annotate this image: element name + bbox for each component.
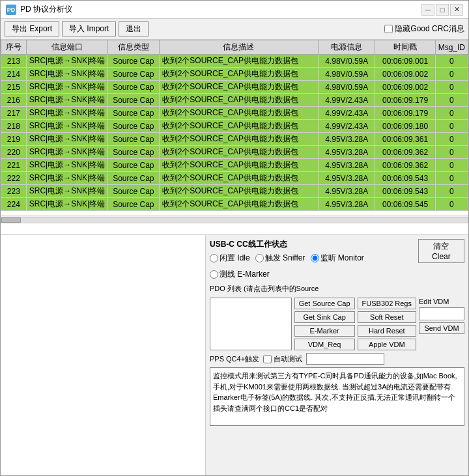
table-row[interactable]: 213SRC|电源→SNK|终端Source Cap收到2个SOURCE_CAP… bbox=[1, 55, 468, 68]
import-button[interactable]: 导入 Import bbox=[62, 21, 116, 36]
table-cell: SRC|电源→SNK|终端 bbox=[26, 133, 107, 146]
table-cell: 4.99V/2.43A bbox=[319, 120, 375, 133]
edit-vdm-label: Edit VDM bbox=[419, 298, 464, 305]
table-cell: 00:06:09.362 bbox=[375, 146, 435, 159]
table-cell: 0 bbox=[435, 94, 468, 107]
maximize-button[interactable]: □ bbox=[436, 4, 449, 16]
table-row[interactable]: 215SRC|电源→SNK|终端Source Cap收到2个SOURCE_CAP… bbox=[1, 81, 468, 94]
bottom-section: USB-C CC线工作状态 闲置 Idle 触发 Sniffer 监听 M bbox=[1, 235, 468, 475]
table-cell: 收到2个SOURCE_CAP供电能力数据包 bbox=[159, 107, 318, 120]
radio-emarker[interactable]: 测线 E-Marker bbox=[210, 269, 270, 280]
table-cell: SRC|电源→SNK|终端 bbox=[26, 185, 107, 198]
table-cell: 收到2个SOURCE_CAP供电能力数据包 bbox=[159, 133, 318, 146]
apple-vdm-button[interactable]: Apple VDM bbox=[358, 339, 416, 350]
table-cell: Source Cap bbox=[108, 107, 160, 120]
table-cell: 0 bbox=[435, 172, 468, 185]
table-cell: 00:06:09.543 bbox=[375, 172, 435, 185]
table-cell: 00:06:09.179 bbox=[375, 94, 435, 107]
table-cell: SRC|电源→SNK|终端 bbox=[26, 120, 107, 133]
clear-button[interactable]: 清空 Clear bbox=[418, 239, 464, 263]
auto-test-checkbox[interactable]: 自动测试 bbox=[263, 354, 302, 364]
table-cell: Source Cap bbox=[108, 146, 160, 159]
log-area: 监控模式用来测试第三方有TYPE-C同时具备PD通讯能力的设备,如Mac Boo… bbox=[210, 367, 464, 426]
close-button[interactable]: ✕ bbox=[450, 4, 463, 16]
table-cell: 217 bbox=[1, 107, 27, 120]
radio-sniffer[interactable]: 触发 Sniffer bbox=[255, 253, 306, 264]
table-scroll[interactable]: 序号 信息端口 信息类型 信息描述 电源信息 时间戳 Msg_ID 213SRC… bbox=[1, 40, 468, 216]
hide-good-crc-input[interactable] bbox=[384, 25, 393, 33]
radio-idle-input[interactable] bbox=[210, 254, 218, 262]
minimize-button[interactable]: ─ bbox=[421, 4, 434, 16]
pdo-buttons-left: Get Source Cap Get Sink Cap E-Marker VDM… bbox=[294, 298, 355, 350]
table-cell: 219 bbox=[1, 133, 27, 146]
table-cell: 0 bbox=[435, 159, 468, 172]
get-source-cap-button[interactable]: Get Source Cap bbox=[294, 298, 355, 309]
header-time: 时间戳 bbox=[375, 40, 435, 55]
table-cell: 4.95V/3.28A bbox=[319, 133, 375, 146]
table-cell: 216 bbox=[1, 94, 27, 107]
header-desc: 信息描述 bbox=[159, 40, 318, 55]
table-row[interactable]: 216SRC|电源→SNK|终端Source Cap收到2个SOURCE_CAP… bbox=[1, 94, 468, 107]
scrollbar-thumb[interactable] bbox=[1, 217, 21, 223]
table-row[interactable]: 220SRC|电源→SNK|终端Source Cap收到2个SOURCE_CAP… bbox=[1, 146, 468, 159]
radio-idle-label: 闲置 Idle bbox=[220, 253, 250, 264]
radio-sniffer-input[interactable] bbox=[255, 254, 264, 262]
exit-button[interactable]: 退出 bbox=[119, 21, 149, 36]
pps-input[interactable] bbox=[306, 353, 384, 365]
table-row[interactable]: 224SRC|电源→SNK|终端Source Cap收到2个SOURCE_CAP… bbox=[1, 198, 468, 211]
cc-status-label: USB-C CC线工作状态 bbox=[210, 239, 418, 250]
table-cell: 218 bbox=[1, 120, 27, 133]
hide-good-crc-checkbox[interactable]: 隐藏Good CRC消息 bbox=[384, 23, 464, 35]
table-cell: 220 bbox=[1, 146, 27, 159]
table-row[interactable]: 221SRC|电源→SNK|终端Source Cap收到2个SOURCE_CAP… bbox=[1, 159, 468, 172]
scrollbar-track[interactable] bbox=[1, 217, 468, 223]
radio-monitor-input[interactable] bbox=[311, 254, 319, 262]
table-cell: 00:06:09.545 bbox=[375, 198, 435, 211]
export-button[interactable]: 导出 Export bbox=[5, 21, 59, 36]
edit-vdm-input[interactable] bbox=[419, 307, 464, 320]
table-cell: 0 bbox=[435, 198, 468, 211]
header-power: 电源信息 bbox=[319, 40, 375, 55]
auto-test-label: 自动测试 bbox=[274, 354, 302, 364]
table-cell: 0 bbox=[435, 185, 468, 198]
table-row[interactable]: 218SRC|电源→SNK|终端Source Cap收到2个SOURCE_CAP… bbox=[1, 120, 468, 133]
table-cell: 00:06:09.002 bbox=[375, 81, 435, 94]
header-type: 信息类型 bbox=[108, 40, 160, 55]
radio-monitor[interactable]: 监听 Monitor bbox=[311, 253, 364, 264]
toolbar: 导出 Export 导入 Import 退出 隐藏Good CRC消息 bbox=[1, 19, 468, 40]
table-cell: 收到2个SOURCE_CAP供电能力数据包 bbox=[159, 68, 318, 81]
e-marker-button[interactable]: E-Marker bbox=[294, 325, 355, 337]
table-header-row: 序号 信息端口 信息类型 信息描述 电源信息 时间戳 Msg_ID bbox=[1, 40, 468, 55]
table-cell: 4.98V/0.59A bbox=[319, 68, 375, 81]
table-cell: 4.99V/2.43A bbox=[319, 107, 375, 120]
radio-idle[interactable]: 闲置 Idle bbox=[210, 253, 250, 264]
table-cell: 00:06:09.543 bbox=[375, 185, 435, 198]
table-cell: Source Cap bbox=[108, 81, 160, 94]
toolbar-right: 隐藏Good CRC消息 bbox=[384, 23, 464, 35]
table-row[interactable]: 214SRC|电源→SNK|终端Source Cap收到2个SOURCE_CAP… bbox=[1, 68, 468, 81]
table-cell: Source Cap bbox=[108, 55, 160, 68]
window-title: PD 协议分析仪 bbox=[20, 4, 72, 15]
table-section: 序号 信息端口 信息类型 信息描述 电源信息 时间戳 Msg_ID 213SRC… bbox=[1, 40, 468, 235]
table-row[interactable]: 222SRC|电源→SNK|终端Source Cap收到2个SOURCE_CAP… bbox=[1, 172, 468, 185]
radio-emarker-input[interactable] bbox=[210, 270, 218, 279]
table-cell: 00:06:09.180 bbox=[375, 120, 435, 133]
pdo-listbox[interactable] bbox=[210, 298, 292, 350]
auto-test-input[interactable] bbox=[263, 355, 272, 363]
get-sink-cap-button[interactable]: Get Sink Cap bbox=[294, 311, 355, 323]
hard-reset-button[interactable]: Hard Reset bbox=[358, 325, 416, 337]
vdm-req-button[interactable]: VDM_Req bbox=[294, 339, 355, 350]
table-cell: 收到2个SOURCE_CAP供电能力数据包 bbox=[159, 198, 318, 211]
table-cell: 4.99V/2.43A bbox=[319, 94, 375, 107]
fusb302-regs-button[interactable]: FUSB302 Regs bbox=[358, 298, 416, 309]
table-row[interactable]: 223SRC|电源→SNK|终端Source Cap收到2个SOURCE_CAP… bbox=[1, 185, 468, 198]
table-cell: Source Cap bbox=[108, 185, 160, 198]
horizontal-scrollbar[interactable] bbox=[1, 216, 468, 223]
send-vdm-button[interactable]: Send VDM bbox=[419, 322, 464, 334]
table-row[interactable]: 217SRC|电源→SNK|终端Source Cap收到2个SOURCE_CAP… bbox=[1, 107, 468, 120]
radio-emarker-label: 测线 E-Marker bbox=[220, 269, 270, 280]
table-cell: 0 bbox=[435, 68, 468, 81]
table-row[interactable]: 219SRC|电源→SNK|终端Source Cap收到2个SOURCE_CAP… bbox=[1, 133, 468, 146]
pdo-buttons-right: FUSB302 Regs Soft Reset Hard Reset Apple… bbox=[358, 298, 416, 350]
soft-reset-button[interactable]: Soft Reset bbox=[358, 311, 416, 323]
